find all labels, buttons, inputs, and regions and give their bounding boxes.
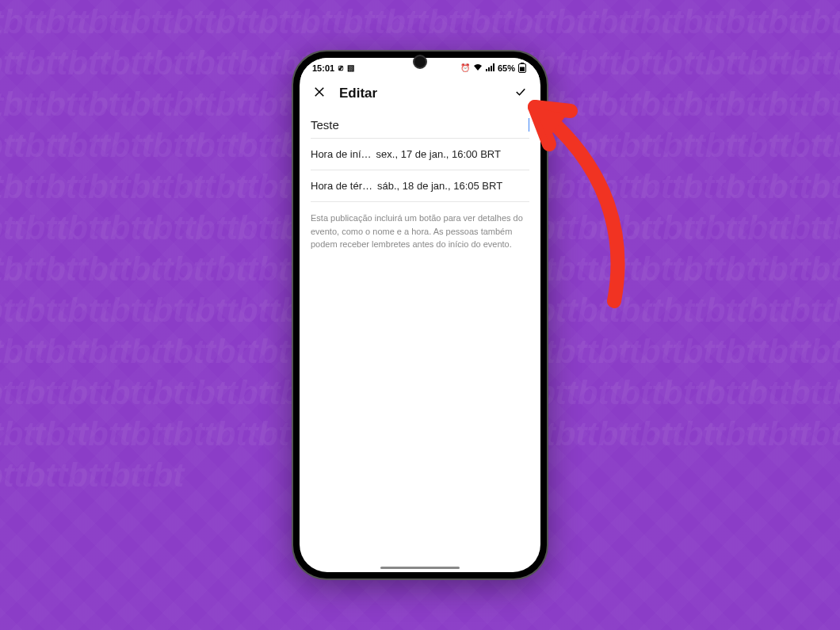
alarm-icon: ⏰ (460, 64, 470, 72)
event-title-field[interactable]: Teste (311, 118, 529, 139)
check-icon (514, 85, 528, 102)
close-button[interactable] (311, 85, 328, 102)
home-indicator[interactable] (380, 567, 460, 569)
battery-percentage: 65% (498, 63, 515, 73)
status-right: ⏰ 65% (460, 63, 526, 74)
text-cursor (529, 118, 529, 132)
info-text: Esta publicação incluirá um botão para v… (311, 202, 529, 251)
signal-icon (486, 63, 494, 73)
start-time-label: Hora de iní… (311, 148, 372, 160)
confirm-button[interactable] (512, 85, 529, 102)
close-icon (312, 85, 326, 102)
header-title: Editar (339, 86, 501, 101)
battery-icon (518, 63, 526, 74)
end-time-row[interactable]: Hora de tér… sáb., 18 de jan., 16:05 BRT (311, 170, 529, 202)
status-time: 15:01 (312, 63, 334, 73)
app-header: Editar (300, 78, 540, 109)
start-time-row[interactable]: Hora de iní… sex., 17 de jan., 16:00 BRT (311, 139, 529, 170)
status-bar: 15:01 ⎚ ▧ ⏰ 65% (300, 58, 540, 78)
screen: 15:01 ⎚ ▧ ⏰ 65% (300, 58, 540, 572)
end-time-label: Hora de tér… (311, 180, 372, 192)
wifi-icon (473, 63, 483, 73)
svg-rect-2 (520, 67, 525, 71)
event-title-input[interactable]: Teste (311, 118, 529, 132)
start-time-value: sex., 17 de jan., 16:00 BRT (376, 148, 529, 160)
status-left: 15:01 ⎚ ▧ (312, 63, 354, 73)
content-area: Teste Hora de iní… sex., 17 de jan., 16:… (300, 109, 540, 251)
cast-icon: ⎚ (338, 64, 343, 72)
end-time-value: sáb., 18 de jan., 16:05 BRT (377, 180, 529, 192)
phone-frame: 15:01 ⎚ ▧ ⏰ 65% (293, 52, 547, 578)
image-icon: ▧ (347, 64, 354, 72)
